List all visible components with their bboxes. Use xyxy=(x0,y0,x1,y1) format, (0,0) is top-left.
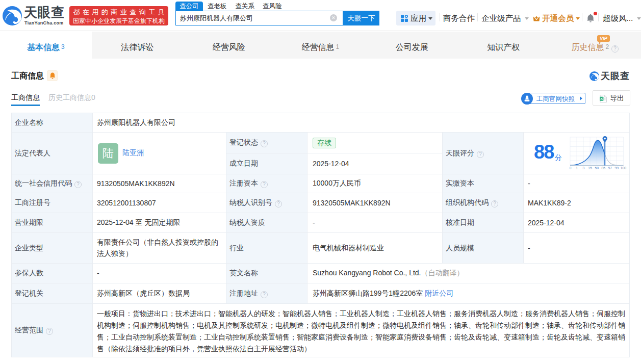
svg-text:1: 1 xyxy=(576,166,578,170)
svg-text:50: 50 xyxy=(595,166,599,170)
svg-text:3: 3 xyxy=(582,166,584,170)
svg-text:100: 100 xyxy=(621,166,627,170)
svg-text:99: 99 xyxy=(615,166,619,170)
svg-text:85: 85 xyxy=(601,166,605,170)
svg-text:97: 97 xyxy=(608,166,612,170)
svg-text:0: 0 xyxy=(570,166,572,170)
svg-text:15: 15 xyxy=(588,166,592,170)
